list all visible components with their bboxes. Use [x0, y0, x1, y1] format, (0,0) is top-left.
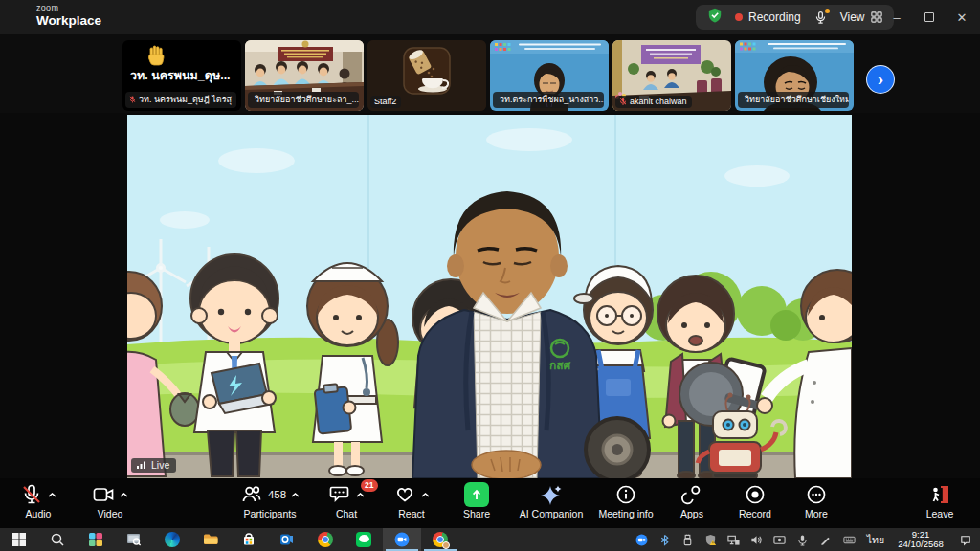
usb-device-icon[interactable] — [676, 528, 699, 551]
cartoon-tire — [586, 418, 649, 478]
heart-icon — [393, 483, 416, 506]
app-brand: zoom Workplace — [36, 4, 101, 28]
chat-button[interactable]: 21 Chat — [316, 482, 377, 519]
live-label: Live — [151, 459, 169, 471]
edge-icon — [165, 532, 180, 547]
taskbar-line-button[interactable] — [345, 528, 383, 551]
taskbar-chrome-button[interactable] — [306, 528, 345, 551]
record-button[interactable]: Record — [724, 482, 786, 519]
workplace-logo-text: Workplace — [36, 14, 101, 28]
more-button[interactable]: More — [791, 482, 841, 519]
bluetooth-icon[interactable] — [653, 528, 676, 551]
signal-bars-icon — [136, 460, 147, 470]
search-icon — [50, 532, 65, 547]
audio-label: Audio — [26, 508, 52, 519]
security-shield-icon[interactable] — [707, 8, 723, 27]
nameplate: วท.ตระการพืชผล_นางสาว... — [493, 92, 604, 109]
live-badge: Live — [131, 458, 176, 473]
nameplate: Staff2 — [370, 96, 401, 109]
video-label: Video — [98, 508, 123, 519]
touch-keyboard-icon[interactable] — [836, 528, 861, 551]
taskbar-clock[interactable]: 9:21 24/10/2568 — [890, 528, 951, 551]
ai-companion-label: AI Companion — [520, 508, 584, 519]
chrome-icon — [318, 532, 333, 547]
participant-filmstrip: วท. นครพนม_ดุษ... วท. นครพนม_ดุษฎี ไตรสุ — [0, 34, 980, 113]
participant-name: วิทยาลัยอาชีวศึกษาเชียงใหม่... — [745, 93, 849, 106]
taskbar-file-explorer-button[interactable] — [191, 528, 230, 551]
share-button[interactable]: Share — [446, 482, 507, 519]
speaker-icon[interactable] — [745, 528, 768, 551]
audio-button[interactable]: Audio — [8, 482, 69, 519]
language-indicator[interactable]: ไทย — [861, 528, 890, 551]
taskbar-date: 24/10/2568 — [898, 540, 944, 550]
taskbar-widgets-button[interactable] — [77, 528, 115, 551]
view-button[interactable]: View — [840, 11, 882, 24]
muted-mic-icon — [619, 97, 627, 106]
share-label: Share — [463, 508, 490, 519]
minimize-icon: – — [893, 11, 900, 25]
chevron-up-icon[interactable] — [48, 493, 56, 497]
thumbnail-yala[interactable]: วิทยาลัยอาชีวศึกษายะลา_... — [245, 40, 364, 111]
zoom-logo-text: zoom — [36, 4, 101, 12]
thumbnail-staff2[interactable]: Staff2 — [368, 40, 486, 111]
meeting-info-label: Meeting info — [598, 508, 653, 519]
chat-label: Chat — [336, 508, 357, 519]
thumbnail-chiangmai[interactable]: วิทยาลัยอาชีวศึกษาเชียงใหม่... — [735, 40, 854, 111]
start-button[interactable] — [0, 528, 38, 551]
taskbar-zoom-button[interactable] — [383, 528, 421, 551]
thumbnail-akanit[interactable]: akanit chaiwan — [612, 40, 731, 111]
chevron-up-icon[interactable] — [120, 493, 128, 497]
maximize-icon — [924, 12, 934, 22]
cast-display-icon[interactable] — [768, 528, 791, 551]
microphone-tray-icon[interactable] — [791, 528, 813, 551]
taskbar-search-button[interactable] — [38, 528, 77, 551]
participant-name: วท.ตระการพืชผล_นางสาว... — [500, 93, 604, 106]
action-center-button[interactable] — [951, 528, 980, 551]
video-button[interactable]: Video — [79, 482, 141, 519]
snip-tool-icon — [126, 532, 142, 547]
mic-muted-icon — [20, 483, 43, 506]
window-controls: – ✕ — [880, 0, 978, 34]
chevron-up-icon[interactable] — [356, 493, 365, 497]
thumbnail-nakhon-phanom[interactable]: วท. นครพนม_ดุษ... วท. นครพนม_ดุษฎี ไตรสุ — [122, 40, 241, 111]
more-icon — [805, 483, 828, 506]
chevron-up-icon[interactable] — [421, 493, 430, 497]
participant-name: Staff2 — [374, 97, 396, 106]
meeting-info-button[interactable]: Meeting info — [590, 482, 662, 519]
view-label: View — [840, 11, 865, 24]
nameplate: วท. นครพนม_ดุษฎี ไตรสุ — [125, 92, 236, 109]
taskbar-outlook-button[interactable] — [268, 528, 306, 551]
apps-icon — [680, 483, 703, 506]
folder-icon — [203, 532, 218, 547]
participant-name: akanit chaiwan — [630, 97, 687, 106]
network-pc-icon[interactable] — [722, 528, 745, 551]
record-label: Record — [739, 508, 771, 519]
react-label: React — [398, 508, 424, 519]
participants-button[interactable]: 458 Participants — [224, 482, 316, 519]
thumbnail-trakan[interactable]: วท.ตระการพืชผล_นางสาว... — [490, 40, 609, 111]
react-button[interactable]: React — [381, 482, 442, 519]
taskbar-edge-button[interactable] — [153, 528, 191, 551]
muted-mic-icon — [129, 95, 136, 104]
ai-companion-button[interactable]: AI Companion — [511, 482, 591, 519]
close-button[interactable]: ✕ — [946, 0, 978, 34]
participant-display-name: วท. นครพนม_ดุษ... — [130, 66, 231, 85]
tray-zoom-icon[interactable] — [630, 528, 653, 551]
leave-button[interactable]: Leave — [909, 482, 970, 519]
minimize-button[interactable]: – — [880, 0, 913, 34]
next-page-button[interactable]: › — [866, 65, 895, 94]
recording-dot-icon — [735, 13, 743, 21]
taskbar-snip-tool-button[interactable] — [115, 528, 153, 551]
maximize-button[interactable] — [913, 0, 946, 34]
apps-button[interactable]: Apps — [667, 482, 717, 519]
chat-unread-badge: 21 — [361, 479, 378, 492]
title-bar: zoom Workplace Recording View – ✕ — [0, 0, 980, 34]
pen-icon[interactable] — [813, 528, 836, 551]
chevron-up-icon[interactable] — [291, 493, 300, 497]
main-speaker-video[interactable]: กสศ — [127, 115, 852, 478]
participant-name: วท. นครพนม_ดุษฎี ไตรสุ — [139, 93, 232, 106]
taskbar-store-button[interactable] — [230, 528, 268, 551]
nameplate: akanit chaiwan — [615, 96, 692, 109]
security-shield-warning-icon[interactable] — [699, 528, 722, 551]
taskbar-chrome-profile-button[interactable] — [421, 528, 459, 551]
